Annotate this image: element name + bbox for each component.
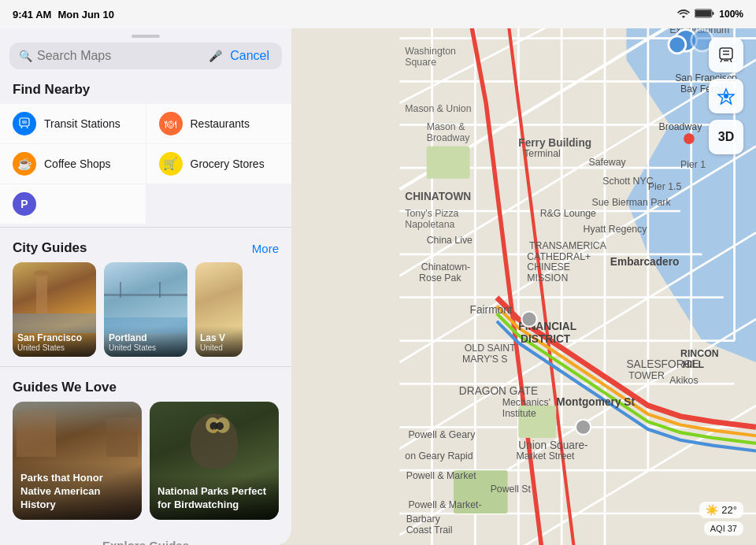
nearby-grid: Transit Stations 🍽 Restaurants ☕ Coffee … — [0, 104, 291, 224]
separator-2 — [0, 366, 291, 367]
svg-text:Chinatown-: Chinatown- — [421, 261, 470, 272]
svg-text:Market Street: Market Street — [517, 450, 576, 462]
svg-text:CHINATOWN: CHINATOWN — [405, 191, 471, 202]
find-nearby-title: Find Nearby — [0, 74, 291, 104]
guide-card-lasvegas[interactable]: Las V United — [195, 262, 243, 357]
svg-text:Safeway: Safeway — [588, 157, 626, 168]
grocery-label: Grocery Stores — [191, 158, 265, 170]
search-icon: 🔍 — [19, 50, 32, 62]
svg-text:Powell St: Powell St — [491, 484, 532, 495]
svg-rect-2 — [713, 12, 714, 15]
wifi-icon — [677, 9, 690, 20]
birding-card-title: National Parks Perfect for Birdwatching — [158, 485, 271, 512]
guide-card-portland[interactable]: Portland United States — [104, 262, 187, 357]
svg-text:Broadway: Broadway — [659, 121, 703, 132]
svg-text:Washington: Washington — [405, 46, 456, 57]
city-guides-title: City Guides — [13, 240, 87, 256]
svg-text:Sue Bierman Park: Sue Bierman Park — [592, 197, 672, 208]
svg-text:Napoletana: Napoletana — [405, 219, 454, 230]
svg-text:China Live: China Live — [427, 235, 472, 246]
explore-guides-bar: Explore Guides — [0, 529, 291, 545]
svg-text:Powell & Market-: Powell & Market- — [408, 499, 481, 510]
city-guides-more-button[interactable]: More — [252, 242, 279, 255]
svg-text:CHINESE: CHINESE — [527, 261, 570, 272]
aqi-badge: AQI 37 — [704, 521, 743, 536]
svg-point-117 — [724, 94, 728, 98]
svg-point-107 — [521, 312, 536, 327]
svg-text:Square: Square — [405, 57, 436, 68]
native-card-title: Parks that Honor Native American History — [20, 472, 134, 512]
guide-card-sf[interactable]: San Francisco United States — [13, 262, 96, 357]
guides-we-love-title: Guides We Love — [13, 380, 117, 395]
transit-label: Transit Stations — [44, 117, 120, 130]
status-bar: 9:41 AM Mon Jun 10 100% — [0, 0, 756, 28]
nearby-item-grocery[interactable]: 🛒 Grocery Stores — [146, 144, 292, 184]
drag-handle[interactable] — [132, 35, 160, 38]
svg-text:TRANSAMERICA: TRANSAMERICA — [529, 240, 607, 251]
coffee-label: Coffee Shops — [44, 158, 111, 170]
status-left: 9:41 AM Mon Jun 10 — [13, 9, 114, 20]
coffee-icon: ☕ — [13, 152, 36, 176]
svg-text:MARY'S S: MARY'S S — [462, 354, 508, 365]
svg-text:Rose Pak: Rose Pak — [419, 272, 461, 284]
svg-rect-37 — [427, 146, 470, 179]
nearby-item-transit[interactable]: Transit Stations — [0, 104, 146, 143]
sun-icon: ☀️ — [706, 504, 718, 516]
svg-text:Embarcadero: Embarcadero — [610, 256, 680, 268]
svg-text:Akikos: Akikos — [669, 375, 698, 386]
separator-1 — [0, 227, 291, 228]
sf-guide-title: San Francisco — [17, 332, 91, 343]
svg-text:Montgomery St: Montgomery St — [556, 396, 635, 408]
svg-text:Coast Trail: Coast Trail — [406, 525, 453, 536]
svg-rect-111 — [720, 48, 732, 59]
svg-line-114 — [721, 59, 722, 62]
svg-rect-118 — [20, 118, 29, 126]
temperature-badge: ☀️ 22° — [699, 502, 743, 518]
map-bottom-info: ☀️ 22° AQI 37 — [699, 502, 743, 536]
map-controls: 3D — [709, 38, 743, 154]
svg-text:Hyatt Regency: Hyatt Regency — [584, 224, 648, 235]
love-card-native[interactable]: Parks that Honor Native American History — [13, 402, 142, 520]
nearby-item-coffee[interactable]: ☕ Coffee Shops — [0, 144, 146, 184]
svg-rect-1 — [695, 10, 711, 17]
portland-guide-title: Portland — [109, 332, 183, 343]
nearby-item-parking[interactable]: P — [0, 184, 146, 224]
nearby-item-restaurants[interactable]: 🍽 Restaurants — [146, 104, 292, 143]
svg-text:Mechanics': Mechanics' — [502, 397, 550, 408]
svg-point-109 — [684, 133, 695, 144]
transit-button[interactable] — [709, 38, 743, 72]
mic-icon[interactable]: 🎤 — [209, 50, 222, 62]
svg-text:R&G Lounge: R&G Lounge — [540, 208, 596, 219]
svg-text:DRAGON GATE: DRAGON GATE — [459, 385, 538, 397]
status-right: 100% — [677, 9, 743, 20]
parking-icon: P — [13, 192, 36, 216]
svg-text:Broadway: Broadway — [427, 132, 471, 143]
lasvegas-guide-title: Las V — [200, 332, 243, 343]
location-button[interactable] — [709, 79, 743, 113]
battery-icon — [695, 9, 714, 20]
svg-text:COIT TOWER: COIT TOWER — [465, 28, 533, 30]
time: 9:41 AM — [13, 9, 51, 20]
3d-button[interactable]: 3D — [709, 120, 743, 154]
love-guides-grid: Parks that Honor Native American History… — [0, 402, 291, 520]
svg-text:Fairmont: Fairmont — [470, 304, 513, 316]
date: Mon Jun 10 — [57, 9, 114, 20]
svg-text:Mason &: Mason & — [427, 121, 465, 132]
search-input[interactable] — [37, 49, 204, 63]
love-card-birding[interactable]: National Parks Perfect for Birdwatching — [150, 402, 279, 520]
svg-text:MISSION: MISSION — [527, 272, 568, 284]
svg-text:Powell & Geary: Powell & Geary — [408, 429, 476, 440]
cancel-button[interactable]: Cancel — [227, 49, 272, 63]
sidebar: 🔍 🎤 Cancel Find Nearby Transit Stations … — [0, 28, 291, 545]
native-card-overlay: Parks that Honor Native American History — [13, 462, 142, 520]
temperature: 22° — [721, 504, 737, 516]
svg-text:Powell & Market: Powell & Market — [406, 470, 477, 481]
svg-text:Barbary: Barbary — [406, 513, 441, 525]
svg-text:on Geary Rapid: on Geary Rapid — [405, 450, 472, 462]
birding-card-overlay: National Parks Perfect for Birdwatching — [150, 476, 279, 520]
svg-text:Terminal: Terminal — [524, 148, 561, 159]
transit-icon — [13, 112, 36, 135]
svg-text:Schott NYC: Schott NYC — [602, 176, 654, 187]
restaurant-icon: 🍽 — [159, 112, 183, 135]
3d-label: 3D — [718, 130, 734, 144]
